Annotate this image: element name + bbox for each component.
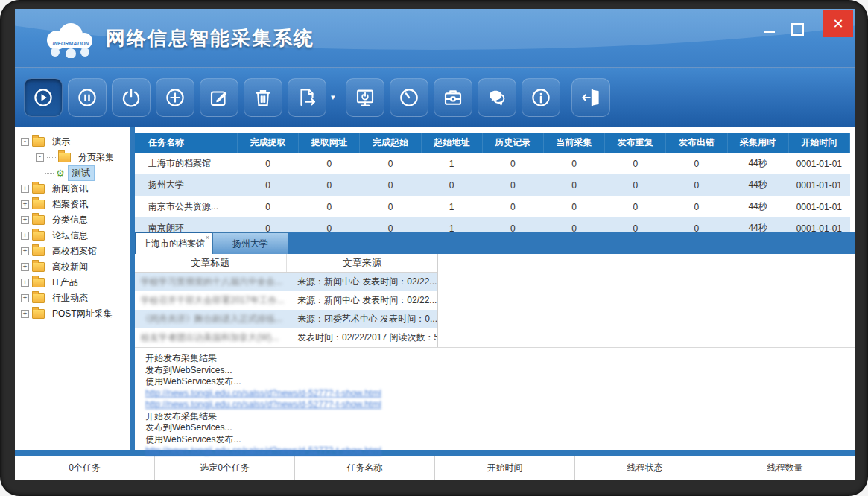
expand-icon[interactable]: + [21, 247, 29, 255]
trash-icon [252, 86, 274, 109]
article-row[interactable]: 学校召开干部大会部署2017年工作... 来源：新闻中心 发表时间：02/22.… [135, 291, 437, 310]
status-task-name: 任务名称 [295, 456, 435, 480]
col-header[interactable]: 提取网址 [299, 133, 360, 153]
monitor-button[interactable] [346, 78, 384, 117]
sidebar-item-post-url-collect[interactable]: + POST网址采集 [15, 306, 130, 322]
sidebar-item-classified[interactable]: + 分类信息 [15, 212, 130, 228]
sidebar-item-university-news[interactable]: + 高校新闻 [15, 259, 130, 275]
pause-button[interactable] [68, 78, 107, 117]
expand-icon[interactable]: + [21, 200, 29, 209]
log-line: 发布到WebServices... [145, 365, 381, 377]
col-header[interactable]: 完成起始 [360, 133, 421, 153]
col-header[interactable]: 任务名称 [135, 133, 238, 153]
col-header[interactable]: 发布出错 [666, 133, 727, 153]
cell: 上海市的档案馆 [135, 153, 238, 174]
start-button[interactable] [24, 78, 63, 117]
export-button[interactable] [288, 78, 326, 117]
export-file-icon [296, 86, 318, 109]
sidebar-item-paging-collect[interactable]: - 分页采集 [15, 150, 130, 165]
application-window: INFORMATION 网络信息智能采集系统 ✕ ▾ [15, 9, 855, 480]
tab-yangzhou-university[interactable]: 扬州大学 [212, 232, 288, 254]
tree-connector [45, 173, 54, 174]
folder-icon [32, 293, 45, 303]
folder-icon [32, 309, 45, 319]
cell: 0 [360, 196, 421, 217]
cell: 扬州大学 [135, 174, 238, 196]
expand-icon[interactable]: + [21, 263, 29, 271]
log-link[interactable]: http://news.tongji.edu.cn/salss/d?news/d… [145, 388, 381, 400]
cell: 44秒 [727, 174, 788, 196]
edit-icon [208, 86, 230, 109]
sidebar-item-demo[interactable]: - 演示 [15, 134, 130, 150]
folder-icon [32, 278, 45, 287]
col-header[interactable]: 采集用时 [727, 133, 788, 153]
expand-icon[interactable]: + [21, 310, 29, 318]
horizontal-divider [135, 347, 855, 348]
task-row[interactable]: 上海市的档案馆0001000044秒0001-01-01 [135, 153, 850, 174]
folder-icon [32, 262, 45, 272]
info-icon [530, 86, 552, 109]
logo-text: INFORMATION [53, 41, 90, 46]
tab-close-icon[interactable]: × [206, 234, 209, 241]
sidebar-item-news[interactable]: + 新闻资讯 [15, 181, 130, 197]
folder-icon [32, 137, 45, 147]
article-source: 来源：新闻中心 发表时间：02/22... [293, 273, 437, 291]
task-row[interactable]: 扬州大学0000000044秒0001-01-01 [135, 174, 850, 196]
sidebar-item-industry-trends[interactable]: + 行业动态 [15, 290, 130, 306]
message-button[interactable] [478, 78, 516, 117]
article-row[interactable]: 《同舟共济》舞台剧进入正式排练... 来源：团委艺术中心 发表时间：0... [135, 310, 437, 328]
cell: 0001-01-01 [788, 174, 849, 196]
col-header[interactable]: 开始时间 [788, 133, 849, 153]
stop-button[interactable] [112, 78, 151, 117]
close-icon: ✕ [832, 16, 843, 31]
tab-shanghai-archives[interactable]: 上海市的档案馆 × [135, 232, 212, 254]
cell: 0 [605, 174, 666, 196]
schedule-button[interactable] [390, 78, 428, 117]
folder-icon [32, 200, 45, 209]
edit-button[interactable] [200, 78, 238, 117]
sidebar-item-it-products[interactable]: + IT产品 [15, 275, 130, 290]
col-header[interactable]: 历史记录 [482, 133, 543, 153]
tree-label: POST网址采集 [48, 307, 116, 321]
sidebar-item-university-archives[interactable]: + 高校档案馆 [15, 244, 130, 259]
collapse-icon[interactable]: - [21, 138, 29, 146]
expand-icon[interactable]: + [21, 185, 29, 193]
pause-icon [76, 86, 98, 109]
maximize-button[interactable] [786, 21, 808, 37]
gear-icon: ⚙ [56, 168, 65, 178]
start-icon [32, 86, 54, 109]
expand-icon[interactable]: + [21, 216, 29, 224]
col-header[interactable]: 完成提取 [238, 133, 299, 153]
article-row[interactable]: 校友学者团出访美国和加拿大(W)... 发表时间：02/22/2017 阅读次数… [135, 328, 437, 347]
sidebar-item-test[interactable]: ⚙ 测试 [15, 165, 130, 181]
col-header[interactable]: 发布重复 [605, 133, 666, 153]
cell: 0 [299, 153, 360, 174]
cell: 0 [238, 153, 299, 174]
col-header[interactable]: 起始地址 [421, 133, 482, 153]
col-header[interactable]: 当前采集 [543, 133, 604, 153]
expand-icon[interactable]: + [21, 232, 29, 240]
delete-button[interactable] [244, 78, 282, 117]
toolbox-button[interactable] [434, 78, 472, 117]
sidebar-item-archives[interactable]: + 档案资讯 [15, 197, 130, 212]
exit-button[interactable] [571, 78, 610, 117]
collapse-icon[interactable]: - [36, 153, 44, 162]
folder-icon [32, 184, 45, 194]
minimize-button[interactable] [758, 22, 780, 39]
cell: 44秒 [727, 153, 788, 174]
task-row[interactable]: 南京市公共资源...0001000044秒0001-01-01 [135, 196, 850, 217]
log-link[interactable]: http://news.tongji.edu.cn/salss/d?news/d… [145, 399, 381, 411]
article-row[interactable]: 学校学习贯彻党的十八届六中全会... 来源：新闻中心 发表时间：02/22... [135, 273, 437, 291]
log-line: 使用WebServices发布... [145, 376, 381, 388]
expand-icon[interactable]: + [21, 279, 29, 287]
info-button[interactable] [522, 78, 560, 117]
log-link[interactable]: http://news.tongji.edu.cn/salss/d?news/d… [145, 445, 381, 457]
export-dropdown-caret[interactable]: ▾ [331, 92, 335, 102]
add-button[interactable] [156, 78, 194, 117]
minimize-icon [764, 31, 775, 33]
content-area: - 演示 - 分页采集 ⚙ 测试 + 新闻资讯 + [15, 127, 855, 450]
expand-icon[interactable]: + [21, 294, 29, 302]
close-button[interactable]: ✕ [823, 10, 853, 37]
tab-strip: 上海市的档案馆 × 扬州大学 [135, 232, 855, 254]
sidebar-item-forum[interactable]: + 论坛信息 [15, 228, 130, 244]
